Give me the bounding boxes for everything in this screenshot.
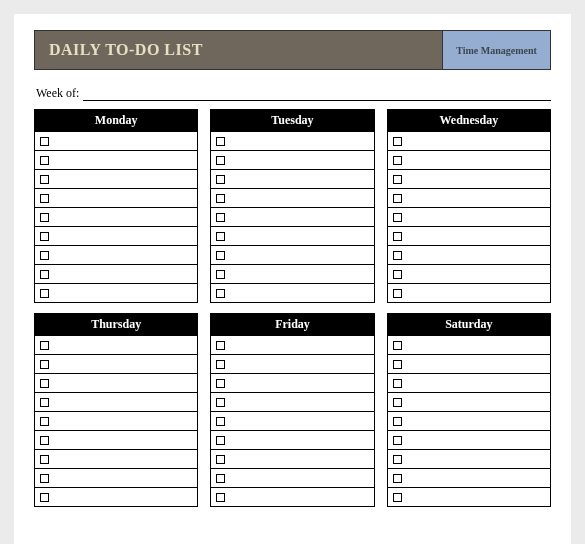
task-row[interactable] [211,150,373,169]
checkbox-icon[interactable] [216,436,225,445]
checkbox-icon[interactable] [40,289,49,298]
checkbox-icon[interactable] [40,194,49,203]
task-row[interactable] [211,354,373,373]
task-row[interactable] [388,207,550,226]
task-row[interactable] [211,226,373,245]
checkbox-icon[interactable] [40,341,49,350]
checkbox-icon[interactable] [216,251,225,260]
checkbox-icon[interactable] [40,360,49,369]
checkbox-icon[interactable] [393,417,402,426]
checkbox-icon[interactable] [216,379,225,388]
task-row[interactable] [35,207,197,226]
checkbox-icon[interactable] [393,493,402,502]
task-row[interactable] [211,169,373,188]
week-of-input-line[interactable] [83,89,551,101]
task-row[interactable] [388,430,550,449]
task-row[interactable] [388,131,550,150]
checkbox-icon[interactable] [216,270,225,279]
checkbox-icon[interactable] [216,398,225,407]
checkbox-icon[interactable] [216,417,225,426]
task-row[interactable] [388,354,550,373]
task-row[interactable] [35,392,197,411]
checkbox-icon[interactable] [216,156,225,165]
task-row[interactable] [35,150,197,169]
task-row[interactable] [211,373,373,392]
checkbox-icon[interactable] [393,137,402,146]
checkbox-icon[interactable] [393,474,402,483]
checkbox-icon[interactable] [393,360,402,369]
task-row[interactable] [388,411,550,430]
task-row[interactable] [388,226,550,245]
task-row[interactable] [35,449,197,468]
checkbox-icon[interactable] [216,175,225,184]
checkbox-icon[interactable] [40,137,49,146]
checkbox-icon[interactable] [40,474,49,483]
checkbox-icon[interactable] [393,455,402,464]
task-row[interactable] [35,131,197,150]
checkbox-icon[interactable] [393,436,402,445]
checkbox-icon[interactable] [216,137,225,146]
checkbox-icon[interactable] [216,455,225,464]
checkbox-icon[interactable] [40,213,49,222]
checkbox-icon[interactable] [216,232,225,241]
task-row[interactable] [388,392,550,411]
checkbox-icon[interactable] [40,156,49,165]
checkbox-icon[interactable] [40,251,49,260]
task-row[interactable] [211,468,373,487]
task-row[interactable] [388,150,550,169]
task-row[interactable] [388,487,550,506]
task-row[interactable] [388,468,550,487]
task-row[interactable] [211,245,373,264]
checkbox-icon[interactable] [216,360,225,369]
checkbox-icon[interactable] [393,232,402,241]
task-row[interactable] [211,487,373,506]
task-row[interactable] [211,283,373,302]
checkbox-icon[interactable] [393,156,402,165]
checkbox-icon[interactable] [393,398,402,407]
task-row[interactable] [35,245,197,264]
checkbox-icon[interactable] [393,213,402,222]
task-row[interactable] [35,188,197,207]
checkbox-icon[interactable] [216,341,225,350]
task-row[interactable] [35,226,197,245]
task-row[interactable] [211,264,373,283]
task-row[interactable] [388,449,550,468]
checkbox-icon[interactable] [40,379,49,388]
task-row[interactable] [388,245,550,264]
task-row[interactable] [388,335,550,354]
checkbox-icon[interactable] [216,194,225,203]
checkbox-icon[interactable] [393,251,402,260]
checkbox-icon[interactable] [40,398,49,407]
task-row[interactable] [211,188,373,207]
task-row[interactable] [388,283,550,302]
checkbox-icon[interactable] [40,232,49,241]
task-row[interactable] [211,449,373,468]
task-row[interactable] [35,373,197,392]
task-row[interactable] [388,169,550,188]
task-row[interactable] [211,411,373,430]
checkbox-icon[interactable] [40,417,49,426]
checkbox-icon[interactable] [393,341,402,350]
checkbox-icon[interactable] [40,270,49,279]
checkbox-icon[interactable] [40,493,49,502]
task-row[interactable] [388,188,550,207]
checkbox-icon[interactable] [393,270,402,279]
task-row[interactable] [211,392,373,411]
task-row[interactable] [35,468,197,487]
task-row[interactable] [211,207,373,226]
checkbox-icon[interactable] [216,474,225,483]
task-row[interactable] [35,283,197,302]
checkbox-icon[interactable] [216,289,225,298]
task-row[interactable] [35,169,197,188]
checkbox-icon[interactable] [393,194,402,203]
checkbox-icon[interactable] [40,455,49,464]
checkbox-icon[interactable] [216,213,225,222]
task-row[interactable] [388,264,550,283]
task-row[interactable] [35,335,197,354]
checkbox-icon[interactable] [393,379,402,388]
checkbox-icon[interactable] [40,436,49,445]
task-row[interactable] [35,430,197,449]
checkbox-icon[interactable] [393,175,402,184]
task-row[interactable] [388,373,550,392]
checkbox-icon[interactable] [216,493,225,502]
